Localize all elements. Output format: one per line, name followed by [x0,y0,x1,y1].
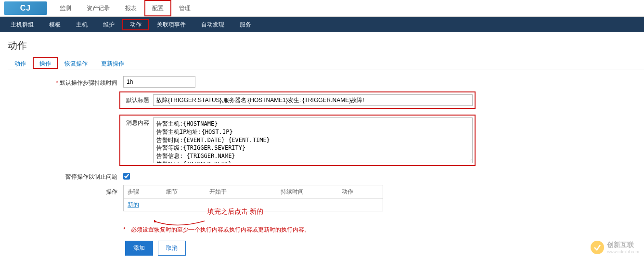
watermark-icon [591,241,604,254]
annotation: 填完之后点击 新的 [123,215,636,226]
tab-recovery[interactable]: 恢复操作 [58,57,94,69]
top-bar: CJ 监测 资产记录 报表 配置 管理 [0,0,644,17]
new-operation-link[interactable]: 新的 [128,201,139,208]
row-operations: 操作 步骤 细节 开始于 持续时间 动作 新的 [8,185,636,211]
tab-update[interactable]: 更新操作 [94,57,131,69]
tab-operations[interactable]: 操作 [33,57,58,69]
label-operations: 操作 [8,185,123,196]
watermark-sub: www.cdcxhl.com [607,249,639,254]
col-step: 步骤 [124,185,162,198]
page-title: 动作 [0,32,644,57]
input-duration[interactable] [123,76,195,88]
watermark: 创新互联 www.cdcxhl.com [591,241,639,254]
label-duration: *默认操作步骤持续时间 [8,76,123,87]
subnav-templates[interactable]: 模板 [41,19,68,30]
top-nav-inventory[interactable]: 资产记录 [79,0,117,16]
label-pause: 暂停操作以制止问题 [8,170,123,181]
row-duration: *默认操作步骤持续时间 [8,76,636,88]
input-title[interactable] [153,94,473,106]
top-nav-administration[interactable]: 管理 [171,0,198,16]
subnav-maintenance[interactable]: 维护 [95,19,122,30]
label-title: 默认标题 [122,96,153,104]
col-start: 开始于 [206,185,263,198]
add-button[interactable]: 添加 [125,241,153,256]
tab-action[interactable]: 动作 [8,57,33,69]
top-nav-configuration[interactable]: 配置 [144,0,171,16]
buttons: 添加 取消 [125,241,636,256]
ops-header: 步骤 细节 开始于 持续时间 动作 [124,185,383,199]
title-highlight-box: 默认标题 [119,91,476,109]
top-nav-monitoring[interactable]: 监测 [52,0,79,16]
top-nav: 监测 资产记录 报表 配置 管理 [52,0,198,16]
row-content: 消息内容 [8,113,636,166]
top-nav-reports[interactable]: 报表 [117,0,144,16]
content-highlight-box: 消息内容 [119,115,476,166]
sub-bar: 主机群组 模板 主机 维护 动作 关联项事件 自动发现 服务 [0,17,644,32]
row-title: 默认标题 [8,91,636,109]
logo: CJ [4,1,47,15]
annotation-text: 填完之后点击 新的 [207,207,263,216]
arrow-icon [154,220,207,230]
subnav-actions[interactable]: 动作 [122,19,149,30]
textarea-content[interactable] [153,117,473,163]
watermark-text: 创新互联 [607,241,634,248]
subnav-hosts[interactable]: 主机 [68,19,95,30]
subnav-hostgroups[interactable]: 主机群组 [3,19,41,30]
checkbox-pause[interactable] [123,173,130,180]
subnav-services[interactable]: 服务 [232,19,259,30]
col-detail: 细节 [162,185,206,198]
cancel-button[interactable]: 取消 [158,241,186,256]
col-action: 动作 [321,185,374,198]
subnav-discovery[interactable]: 自动发现 [193,19,232,30]
col-duration: 持续时间 [263,185,321,198]
row-pause: 暂停操作以制止问题 [8,170,636,181]
form-area: *默认操作步骤持续时间 默认标题 消息内容 暂停操作以制止问题 操作 步骤 细节… [0,69,644,259]
tabs: 动作 操作 恢复操作 更新操作 [8,57,644,69]
label-content: 消息内容 [122,117,153,127]
subnav-correlation[interactable]: 关联项事件 [149,19,193,30]
